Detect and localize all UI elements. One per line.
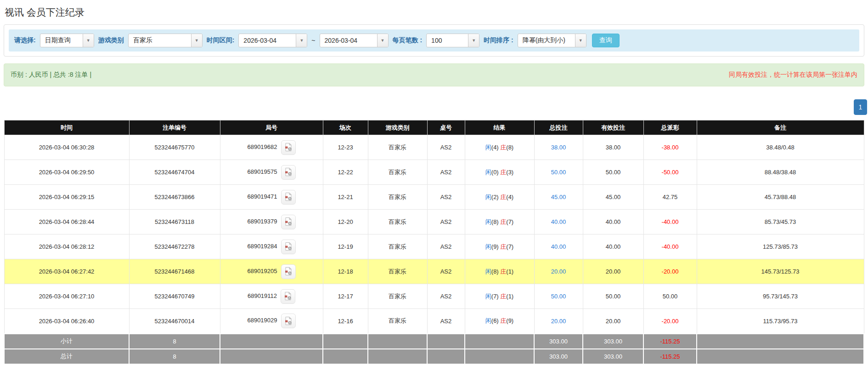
chevron-down-icon[interactable]: ▼ xyxy=(191,34,202,47)
table-row: 2026-03-04 06:27:10523244670749689019112… xyxy=(4,284,864,309)
cell-valid-bet: 40.00 xyxy=(583,210,643,234)
result-banker-count: (3) xyxy=(506,169,513,176)
result-player-label: 闲 xyxy=(485,169,491,176)
result-banker-count: (1) xyxy=(506,293,513,300)
video-replay-button[interactable] xyxy=(281,140,296,155)
total-bet-link[interactable]: 45.00 xyxy=(551,194,566,200)
page-1-button[interactable]: 1 xyxy=(854,99,867,115)
video-replay-button[interactable] xyxy=(281,215,296,229)
cell-result: 闲(8) 庄(1) xyxy=(465,259,534,284)
date-from-value[interactable]: 2026-03-04 xyxy=(239,34,296,47)
range-separator: ~ xyxy=(311,37,315,44)
total-bet-link[interactable]: 20.00 xyxy=(551,268,566,275)
sort-order-value[interactable]: 降幂(由大到小) xyxy=(518,34,575,47)
table-row: 2026-03-04 06:26:40523244670014689019029… xyxy=(4,309,864,334)
header-bet-id: 注单编号 xyxy=(129,120,220,135)
cell-time: 2026-03-04 06:28:12 xyxy=(4,234,129,259)
game-type-value[interactable]: 百家乐 xyxy=(129,34,191,47)
round-id-text: 689019284 xyxy=(247,243,277,250)
cell-time: 2026-03-04 06:27:42 xyxy=(4,259,129,284)
page-title: 视讯 会员下注纪录 xyxy=(0,0,868,23)
result-player-count: (2) xyxy=(491,194,499,200)
summary-bar: 币别 : 人民币 | 总共 :8 注单 | 同局有效投注，统一计算在该局第一张注… xyxy=(4,63,864,86)
total-bet-link[interactable]: 38.00 xyxy=(551,144,566,151)
total-bet-link[interactable]: 40.00 xyxy=(551,218,566,225)
query-type-combobox[interactable]: 日期查询 ▼ xyxy=(40,34,94,47)
total-bet-link[interactable]: 40.00 xyxy=(551,243,566,250)
chevron-down-icon[interactable]: ▼ xyxy=(377,34,388,47)
video-replay-icon xyxy=(284,143,293,152)
cell-remark: 85.73/45.73 xyxy=(697,210,864,234)
round-id-text: 689019029 xyxy=(247,317,277,324)
chevron-down-icon[interactable]: ▼ xyxy=(83,34,94,47)
cell-total-bet: 20.00 xyxy=(534,309,583,334)
video-replay-icon xyxy=(284,242,293,251)
cell-table-no: AS2 xyxy=(427,185,465,210)
cell-session: 12-16 xyxy=(323,309,368,334)
chevron-down-icon[interactable]: ▼ xyxy=(468,34,479,47)
chevron-down-icon[interactable]: ▼ xyxy=(296,34,307,47)
video-replay-button[interactable] xyxy=(281,240,296,254)
result-player-count: (8) xyxy=(491,218,499,225)
per-page-value[interactable]: 100 xyxy=(427,34,468,47)
cell-bet-id: 523244671468 xyxy=(129,259,220,284)
header-time: 时间 xyxy=(4,120,129,135)
cell-game-type: 百家乐 xyxy=(368,259,427,284)
per-page-combobox[interactable]: 100 ▼ xyxy=(426,34,479,47)
cell-game-type: 百家乐 xyxy=(368,309,427,334)
bet-records-table: 时间 注单编号 局号 场次 游戏类别 桌号 结果 总投注 有效投注 总派彩 备注… xyxy=(4,120,864,365)
cell-table-no: AS2 xyxy=(427,234,465,259)
round-id-text: 689019112 xyxy=(248,292,277,299)
header-remark: 备注 xyxy=(697,120,864,135)
video-replay-button[interactable] xyxy=(281,264,296,279)
total-bet-link[interactable]: 20.00 xyxy=(551,318,566,325)
chevron-down-icon[interactable]: ▼ xyxy=(575,34,586,47)
pagination: 1 xyxy=(4,99,867,115)
video-replay-button[interactable] xyxy=(281,190,296,205)
cell-bet-id: 523244670014 xyxy=(129,309,220,334)
header-total-bet: 总投注 xyxy=(534,120,583,135)
result-player-label: 闲 xyxy=(485,317,491,324)
result-banker-label: 庄 xyxy=(500,144,506,151)
cell-total-bet: 38.00 xyxy=(534,135,583,160)
video-replay-button[interactable] xyxy=(281,289,295,304)
cell-session: 12-17 xyxy=(323,284,368,309)
cell-valid-bet: 45.00 xyxy=(583,185,643,210)
cell-result: 闲(4) 庄(8) xyxy=(465,135,534,160)
cell-bet-id: 523244670749 xyxy=(129,284,220,309)
cell-bet-id: 523244674704 xyxy=(129,160,220,185)
valid-bet-note-text: 同局有效投注，统一计算在该局第一张注单内 xyxy=(729,71,857,79)
table-row: 2026-03-04 06:29:15523244673866689019471… xyxy=(4,185,864,210)
cell-total-bet: 40.00 xyxy=(534,234,583,259)
cell-table-no: AS2 xyxy=(427,284,465,309)
sort-order-combobox[interactable]: 降幂(由大到小) ▼ xyxy=(518,34,586,47)
cell-valid-bet: 40.00 xyxy=(583,234,643,259)
date-from-picker[interactable]: 2026-03-04 ▼ xyxy=(238,34,307,47)
search-button[interactable]: 查询 xyxy=(592,34,620,47)
date-to-value[interactable]: 2026-03-04 xyxy=(320,34,377,47)
cell-session: 12-20 xyxy=(323,210,368,234)
table-row: 2026-03-04 06:28:12523244672278689019284… xyxy=(4,234,864,259)
video-replay-icon xyxy=(284,267,293,276)
round-id-text: 689019205 xyxy=(247,268,277,274)
cell-remark: 115.73/95.73 xyxy=(697,309,864,334)
valid-bet-sum: 303.00 xyxy=(583,334,643,349)
cell-payout: -40.00 xyxy=(643,210,697,234)
query-type-value[interactable]: 日期查询 xyxy=(40,34,83,47)
date-to-picker[interactable]: 2026-03-04 ▼ xyxy=(320,34,389,47)
cell-result: 闲(7) 庄(1) xyxy=(465,284,534,309)
video-replay-button[interactable] xyxy=(281,314,296,328)
time-range-label: 时间区间: xyxy=(207,36,235,45)
result-banker-label: 庄 xyxy=(500,218,506,225)
total-bet-link[interactable]: 50.00 xyxy=(551,169,566,176)
total-bet-link[interactable]: 50.00 xyxy=(551,293,566,300)
cell-time: 2026-03-04 06:30:28 xyxy=(4,135,129,160)
header-table-no: 桌号 xyxy=(427,120,465,135)
result-banker-count: (8) xyxy=(506,144,513,151)
cell-total-bet: 45.00 xyxy=(534,185,583,210)
video-replay-button[interactable] xyxy=(281,165,296,180)
result-banker-label: 庄 xyxy=(500,268,506,275)
select-type-label: 请选择: xyxy=(14,36,36,45)
valid-bet-sum: 303.00 xyxy=(583,349,643,364)
game-type-combobox[interactable]: 百家乐 ▼ xyxy=(128,34,203,47)
